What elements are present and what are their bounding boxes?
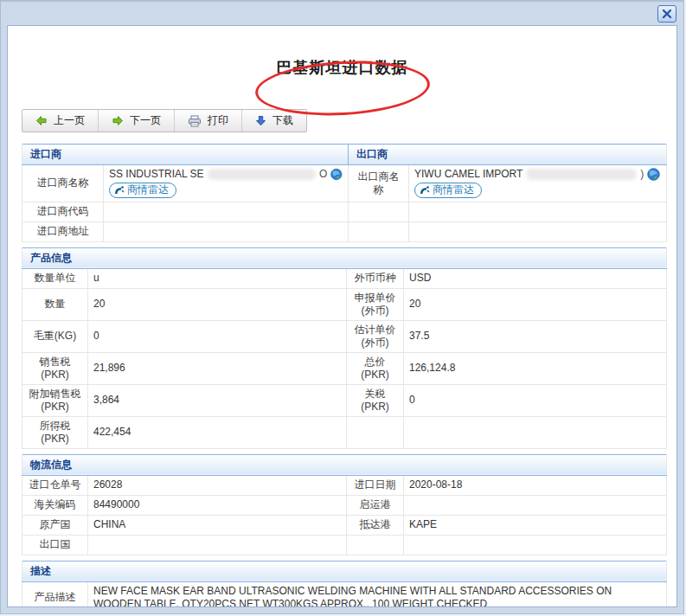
dialog-body: 巴基斯坦进口数据 上一页 下一页 [7,25,677,607]
field-value: 126,124.8 [404,352,667,384]
field-label: 申报单价(外币) [347,288,404,320]
importer-name-value: SS INDUSTRIAL SE [109,168,204,181]
field-label: 销售税(PKR) [22,352,88,384]
field-label: 毛重(KG) [22,320,88,352]
section-header-exporter: 出口商 [349,144,667,165]
exporter-name-suffix: ) [640,168,644,181]
table-row: 销售税(PKR) 21,896 总价(PKR) 126,124.8 [22,352,667,384]
arrow-down-icon [255,115,266,126]
page-title: 巴基斯坦进口数据 [277,40,408,78]
field-label: 数量单位 [22,268,88,288]
field-value: USD [404,268,667,288]
prev-page-button[interactable]: 上一页 [22,110,99,132]
table-row: 进口商地址 [22,221,667,241]
field-label: 出口国 [22,535,88,555]
next-page-button[interactable]: 下一页 [99,110,175,132]
field-value [404,535,667,555]
field-value [404,416,667,448]
download-button[interactable]: 下载 [242,110,306,132]
field-value: CHINA [88,515,347,535]
globe-icon[interactable] [330,168,343,181]
close-button[interactable] [657,5,676,22]
field-label: 附加销售税(PKR) [22,384,88,416]
radar-badge-label: 商情雷达 [433,183,474,196]
prev-page-label: 上一页 [54,113,85,128]
table-row: 数量单位 u 外币币种 USD [22,268,667,288]
download-label: 下载 [272,113,293,128]
description-value: NEW FACE MASK EAR BAND ULTRASONIC WELDIN… [88,581,667,607]
field-value: 84490000 [88,495,347,515]
field-label [347,535,404,555]
table-row: 所得税(PKR) 422,454 [22,416,667,448]
field-label [347,416,404,448]
dialog-titlebar [1,2,683,25]
field-value: 2020-08-18 [404,475,667,495]
field-label: 所得税(PKR) [22,416,88,448]
field-value: 21,896 [88,352,347,384]
close-icon [662,9,672,19]
importer-name-cell: SS INDUSTRIAL SE O [104,165,349,202]
field-label: 启运港 [347,495,404,515]
table-row: 原产国 CHINA 抵达港 KAPE [22,515,667,535]
field-label: 估计单价(外币) [347,320,404,352]
field-label: 进口仓单号 [22,475,88,495]
exporter-name-label: 出口商名称 [349,165,409,202]
redacted-text [208,169,316,180]
field-label: 抵达港 [347,515,404,535]
field-label: 外币币种 [347,268,404,288]
importer-name-suffix: O [319,168,327,181]
description-table: 描述 产品描述 NEW FACE MASK EAR BAND ULTRASONI… [22,561,667,608]
table-row: 海关编码 84490000 启运港 [22,495,667,515]
field-label: 原产国 [22,515,88,535]
field-value: KAPE [404,515,667,535]
exporter-radar-badge[interactable]: 商情雷达 [414,183,482,198]
field-label: 海关编码 [22,495,88,515]
section-header-importer: 进口商 [22,144,349,165]
importer-exporter-table: 进口商 出口商 进口商名称 SS INDUSTRIAL SE O [22,144,667,242]
table-row: 数量 20 申报单价(外币) 20 [22,288,667,320]
arrow-left-icon [35,115,48,126]
section-header-description: 描述 [22,561,667,581]
importer-code-value [104,202,349,221]
importer-code-label: 进口商代码 [22,202,104,221]
field-value: u [88,268,347,288]
exporter-name-cell: YIWU CAMEL IMPORT ) [409,165,667,202]
arrow-right-icon [112,115,124,126]
table-row: 毛重(KG) 0 估计单价(外币) 37.5 [22,320,667,352]
table-row: 进口商代码 [22,202,667,221]
field-label: 进口日期 [347,475,404,495]
field-value: 0 [88,320,347,352]
field-value: 20 [88,288,347,320]
table-row: 附加销售税(PKR) 3,864 关税(PKR) 0 [22,384,667,416]
table-row: 进口仓单号 26028 进口日期 2020-08-18 [22,475,667,495]
exporter-name-value: YIWU CAMEL IMPORT [414,168,523,181]
field-label: 总价(PKR) [347,352,404,384]
importer-name-label: 进口商名称 [22,165,104,202]
title-area: 巴基斯坦进口数据 [8,40,676,97]
field-value [404,495,667,515]
radar-badge-label: 商情雷达 [127,183,169,196]
field-value: 422,454 [88,416,347,448]
exporter-addr-value [409,221,667,241]
print-label: 打印 [208,113,228,128]
table-row: 产品描述 NEW FACE MASK EAR BAND ULTRASONIC W… [22,581,667,607]
radar-icon [114,185,125,196]
printer-icon [188,115,202,127]
logistics-table: 物流信息 进口仓单号 26028 进口日期 2020-08-18 海关编码 84… [22,454,667,555]
field-value: 0 [404,384,667,416]
section-header-logistics: 物流信息 [22,454,667,475]
section-header-product: 产品信息 [22,247,667,268]
exporter-code-value [409,202,667,221]
importer-addr-label: 进口商地址 [22,221,104,241]
print-button[interactable]: 打印 [175,110,242,132]
globe-icon[interactable] [647,168,660,181]
radar-icon [420,185,430,196]
importer-radar-badge[interactable]: 商情雷达 [109,183,176,198]
field-value: 37.5 [404,320,667,352]
importer-addr-value [104,221,349,241]
description-label: 产品描述 [22,581,88,607]
next-page-label: 下一页 [130,113,161,128]
field-value: 20 [404,288,667,320]
toolbar: 上一页 下一页 打印 下载 [22,109,307,132]
table-row: 进口商名称 SS INDUSTRIAL SE O [22,165,667,202]
